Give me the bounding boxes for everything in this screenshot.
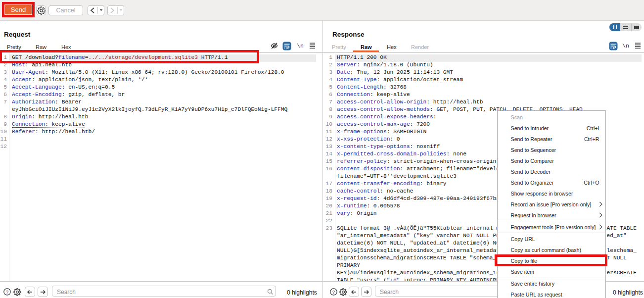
svg-text:?: ? bbox=[6, 289, 8, 295]
svg-text:?: ? bbox=[332, 289, 335, 295]
